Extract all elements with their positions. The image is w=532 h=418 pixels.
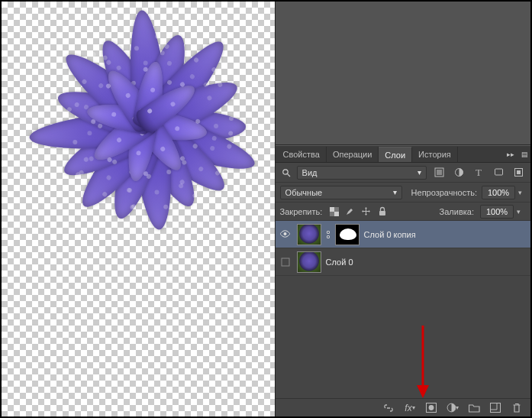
layers-panel: Свойства Операции Слои История ▸▸ ▤ Вид …	[276, 145, 530, 416]
svg-rect-10	[334, 207, 339, 212]
svg-point-0	[282, 169, 287, 173]
annotation-arrow	[415, 326, 430, 398]
svg-rect-7	[517, 170, 521, 174]
panels-column: Свойства Операции Слои История ▸▸ ▤ Вид …	[275, 2, 530, 416]
tab-properties[interactable]: Свойства	[277, 147, 327, 162]
filter-pixel-icon[interactable]	[431, 166, 447, 180]
lock-move-icon[interactable]	[360, 206, 372, 217]
blend-row: Обычные ▾ Непрозрачность: 100% ▾	[276, 183, 530, 203]
lock-brush-icon[interactable]	[344, 206, 356, 217]
filter-smart-icon[interactable]	[511, 166, 526, 180]
layer-fx-icon[interactable]: fx▾	[404, 402, 416, 414]
canvas[interactable]	[2, 2, 275, 416]
svg-rect-9	[334, 212, 339, 216]
opacity-value: 100%	[488, 188, 509, 197]
fill-input[interactable]: 100% ▾	[480, 205, 514, 219]
panel-menu-icon[interactable]: ▤	[517, 151, 530, 158]
layer-row[interactable]: Слой 0 копия	[276, 221, 530, 248]
layer-thumbnail[interactable]	[297, 224, 321, 245]
layer-row[interactable]: Слой 0	[276, 248, 530, 276]
svg-rect-14	[282, 258, 289, 266]
lock-transparent-icon[interactable]	[328, 206, 340, 217]
blend-mode-select[interactable]: Обычные ▾	[280, 186, 402, 199]
filter-kind-label: Вид	[302, 168, 318, 177]
layer-name[interactable]: Слой 0	[326, 258, 353, 267]
flower-image	[2, 2, 275, 261]
filter-type-icon[interactable]: T	[471, 166, 486, 180]
chevron-down-icon: ▾	[418, 168, 421, 177]
svg-rect-8	[330, 207, 334, 212]
layers-bottombar: fx▾ ▾	[276, 398, 530, 416]
svg-point-18	[429, 405, 434, 410]
panel-tabbar: Свойства Операции Слои История ▸▸ ▤	[276, 146, 530, 163]
search-icon	[280, 167, 292, 179]
delete-layer-icon[interactable]	[511, 402, 523, 414]
filter-adjust-icon[interactable]	[451, 166, 466, 180]
visibility-toggle[interactable]	[279, 256, 292, 268]
lock-all-icon[interactable]	[376, 206, 388, 217]
tab-operations[interactable]: Операции	[327, 147, 379, 162]
panel-spacer	[276, 2, 530, 145]
lock-label: Закрепить:	[280, 207, 323, 216]
panel-collapse-icon[interactable]: ▸▸	[505, 151, 517, 158]
svg-rect-5	[495, 169, 502, 175]
fill-value: 100%	[486, 207, 508, 216]
svg-rect-11	[330, 212, 334, 216]
layer-filter-row: Вид ▾ T	[276, 163, 530, 183]
new-layer-icon[interactable]	[489, 402, 501, 414]
layer-mask-thumbnail[interactable]	[335, 224, 360, 245]
svg-line-1	[287, 173, 289, 176]
lock-row: Закрепить: Заливка: 100% ▾	[276, 203, 530, 221]
filter-kind-select[interactable]: Вид ▾	[297, 166, 427, 180]
chevron-down-icon: ▾	[393, 188, 397, 196]
layer-thumbnail[interactable]	[297, 251, 321, 273]
add-mask-icon[interactable]	[425, 402, 437, 414]
mask-link-icon[interactable]	[326, 231, 330, 238]
svg-rect-20	[491, 403, 501, 413]
fill-label: Заливка:	[440, 207, 474, 216]
layers-list: Слой 0 копия Слой 0	[276, 221, 530, 398]
layer-name[interactable]: Слой 0 копия	[364, 230, 416, 239]
svg-point-13	[284, 232, 287, 235]
chevron-down-icon: ▾	[518, 189, 522, 196]
svg-rect-3	[437, 170, 442, 175]
add-adjustment-icon[interactable]: ▾	[447, 402, 459, 414]
chevron-down-icon: ▾	[517, 208, 521, 215]
new-group-icon[interactable]	[468, 402, 480, 414]
svg-marker-16	[417, 385, 429, 398]
link-layers-icon[interactable]	[382, 402, 395, 414]
tab-history[interactable]: История	[412, 147, 458, 162]
svg-rect-12	[379, 211, 385, 215]
tab-layers[interactable]: Слои	[379, 147, 412, 162]
blend-mode-value: Обычные	[285, 188, 323, 197]
filter-shape-icon[interactable]	[491, 166, 506, 180]
opacity-input[interactable]: 100% ▾	[482, 186, 515, 199]
visibility-eye-icon[interactable]	[279, 228, 292, 241]
opacity-label: Непрозрачность:	[411, 188, 477, 197]
